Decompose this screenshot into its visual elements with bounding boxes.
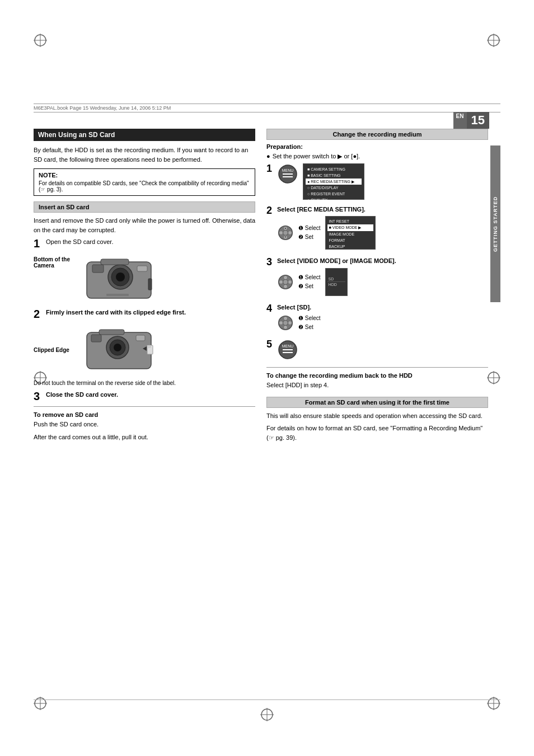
change-back-title: To change the recording medium back to t… [266, 372, 488, 379]
right-step-2: 2 Select [REC MEDIA SETTING]. [266, 205, 488, 251]
svg-rect-26 [106, 294, 129, 296]
step-2-number: 2 [34, 308, 43, 320]
format-section-title: Format an SD card when using it for the … [266, 397, 488, 408]
select-set-labels-step4: ❶ Select ❷ Set [298, 314, 321, 332]
camera-image-step1 [76, 253, 255, 305]
svg-rect-33 [91, 335, 101, 342]
joystick-row-step4: ❶ Select ❷ Set [277, 314, 488, 332]
remove-text-1: Push the SD card once. [34, 420, 255, 429]
reverse-label-note: Do not touch the terminal on the reverse… [34, 379, 255, 387]
header-bar: M6E3PAL.book Page 15 Wednesday, June 14,… [34, 104, 500, 112]
joystick-icon-step2: ▲ ▼ [277, 224, 294, 241]
camera-svg-1 [76, 253, 162, 304]
svg-point-50 [283, 275, 287, 279]
menu-item-basic-setting: ■ BASIC SETTING [306, 172, 362, 179]
insert-intro-text: Insert and remove the SD card only while… [34, 216, 255, 234]
corner-top-right [487, 34, 500, 48]
menu-item-int-reset: INT RESET [327, 218, 373, 224]
left-column: When Using an SD Card By default, the HD… [34, 129, 255, 655]
menu-item-camera-setting: ■ CAMERA SETTING [306, 166, 362, 172]
menu-item-register-event: ○ REGISTER EVENT [306, 191, 362, 197]
svg-point-60 [283, 321, 288, 326]
remove-text-2: After the card comes out a little, pull … [34, 433, 255, 442]
select-set-labels-step3: ❶ Select ❷ Set [298, 273, 321, 291]
svg-point-57 [283, 326, 287, 330]
svg-point-53 [288, 280, 292, 284]
svg-text:MENU: MENU [282, 344, 294, 348]
menu-screen-step1: ■ CAMERA SETTING ■ BASIC SETTING ● REC M… [303, 163, 364, 200]
page-number: 15 [467, 112, 489, 129]
right-step-3-number: 3 [266, 257, 274, 267]
prep-bullet-text: Set the power switch to ▶ or [●]. [273, 153, 360, 160]
menu-screen-step2: INT RESET ■ VIDEO MODE ▶ IMAGE MODE FORM… [325, 216, 376, 250]
remove-sd-card-section: To remove an SD card Push the SD card on… [34, 411, 255, 442]
right-step-3-content: Select [VIDEO MODE] or [IMAGE MODE]. [277, 257, 488, 297]
step-3-text: Close the SD card cover. [46, 391, 255, 399]
change-recording-medium-title: Change the recording medium [266, 129, 488, 140]
step-2-text: Firmly insert the card with its clipped … [46, 308, 255, 317]
menu-button-icon-5: MENU [277, 339, 298, 361]
page-number-area: EN 15 [453, 112, 489, 129]
select-set-labels-step2: ❶ Select ❷ Set [298, 224, 321, 242]
prep-bullet: ● Set the power switch to ▶ or [●]. [266, 153, 488, 160]
step-2-image-area: Clipped Edge [34, 324, 255, 375]
svg-rect-31 [99, 330, 124, 335]
right-step-5-content: MENU [277, 339, 488, 361]
right-step-3: 3 Select [VIDEO MODE] or [IMAGE MODE]. [266, 257, 488, 297]
svg-point-46 [283, 231, 288, 236]
svg-point-56 [283, 317, 287, 321]
svg-rect-64 [283, 352, 293, 353]
svg-point-44 [279, 231, 283, 235]
change-back-section: To change the recording medium back to t… [266, 372, 488, 390]
svg-point-54 [283, 279, 288, 284]
step-1-open-cover: 1 Open the SD card cover. [34, 238, 255, 249]
step3-screens: SD HDD [325, 268, 348, 296]
right-column: Change the recording medium Preparation:… [266, 129, 500, 655]
svg-rect-32 [136, 335, 145, 341]
right-step-1-content: MENU ■ CAMERA SETTING ■ BASIC SETTING ● … [277, 163, 488, 200]
main-content: When Using an SD Card By default, the HD… [34, 129, 500, 655]
right-divider [266, 367, 488, 368]
step-1-number: 1 [34, 238, 43, 249]
menu-item-rec-media: ● REC MEDIA SETTING ▶ [306, 179, 362, 185]
step-1-image-area: Bottom of the Camera [34, 253, 255, 305]
insert-sd-card-title: Insert an SD card [34, 201, 255, 213]
right-step-5-number: 5 [266, 339, 274, 349]
step-2-insert-card: 2 Firmly insert the card with its clippe… [34, 308, 255, 320]
camera-bottom-label: Bottom of the Camera [34, 253, 76, 269]
menu-btn-area-1: MENU ■ CAMERA SETTING ■ BASIC SETTING ● … [277, 163, 488, 200]
corner-bottom-right [487, 697, 500, 711]
svg-rect-40 [283, 176, 293, 177]
remove-title: To remove an SD card [34, 411, 255, 418]
joystick-row-step2: ▲ ▼ ❶ Select ❷ Set INT RESET ■ VIDEO MOD… [277, 216, 488, 250]
svg-point-30 [114, 344, 121, 351]
svg-point-51 [283, 284, 287, 288]
right-step-1-number: 1 [266, 163, 274, 173]
svg-point-45 [288, 231, 292, 235]
step-3-number: 3 [34, 391, 43, 402]
svg-text:▲: ▲ [284, 227, 287, 230]
svg-point-52 [279, 280, 283, 284]
format-text-2: For details on how to format an SD card,… [266, 424, 488, 442]
svg-rect-25 [148, 279, 152, 290]
right-step-1: 1 MENU [266, 163, 488, 200]
format-text-1: This will also ensure stable speeds and … [266, 411, 488, 421]
menu-screen-step3: SD HDD [325, 268, 348, 296]
right-step-4-number: 4 [266, 303, 274, 313]
en-label: EN [453, 112, 467, 129]
corner-bottom-left [34, 697, 47, 711]
svg-rect-23 [137, 266, 147, 271]
svg-text:▼: ▼ [284, 236, 287, 239]
svg-point-58 [279, 321, 283, 325]
change-back-text: Select [HDD] in step 4. [266, 381, 488, 390]
svg-point-59 [288, 321, 292, 325]
when-using-sd-card-title: When Using an SD Card [34, 129, 255, 141]
menu-item-image-mode: IMAGE MODE [327, 231, 373, 237]
page-container: M6E3PAL.book Page 15 Wednesday, June 14,… [0, 0, 534, 756]
svg-rect-24 [92, 265, 104, 273]
svg-point-21 [116, 273, 125, 281]
svg-rect-63 [283, 349, 293, 350]
note-text: For details on compatible SD cards, see … [39, 180, 250, 192]
joystick-row-step3: ❶ Select ❷ Set SD HDD [277, 268, 488, 296]
menu-item-video-mode: ■ VIDEO MODE ▶ [327, 224, 373, 231]
